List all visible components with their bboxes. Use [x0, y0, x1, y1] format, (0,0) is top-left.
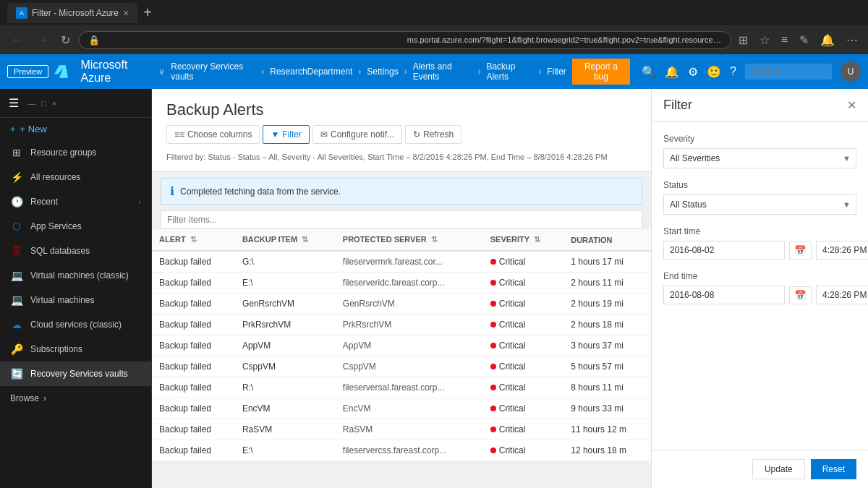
- configure-label: Configure notif...: [331, 129, 394, 140]
- cell-severity: Critical: [483, 251, 563, 273]
- sidebar-item-cloud[interactable]: ☁ Cloud services (classic): [0, 312, 151, 337]
- sidebar-item-recovery-vaults[interactable]: 🔄 Recovery Services vaults: [0, 361, 151, 386]
- col-alert[interactable]: ALERT ⇅: [152, 229, 235, 251]
- reset-btn[interactable]: Reset: [811, 459, 856, 479]
- recent-chevron: ›: [138, 197, 141, 206]
- status-label: Status: [663, 180, 856, 190]
- topbar-help-icon[interactable]: ?: [730, 65, 736, 78]
- sidebar: ☰ — □ × + + New ⊞ Resource groups ⚡ All …: [0, 89, 152, 488]
- refresh-btn[interactable]: ↻: [56, 30, 75, 50]
- sidebar-item-vm[interactable]: 💻 Virtual machines: [0, 288, 151, 312]
- end-calendar-btn[interactable]: 📅: [789, 286, 812, 304]
- forward-btn[interactable]: →: [32, 30, 52, 49]
- table-row[interactable]: Backup failed E:\ fileservercss.fareast.…: [152, 440, 651, 461]
- user-avatar[interactable]: U: [841, 61, 861, 82]
- cell-backup-item: E:\: [235, 273, 336, 294]
- sidebar-label-all-resources: All resources: [30, 172, 80, 182]
- status-section: Status All Status New Acknowledged Resol…: [663, 180, 856, 215]
- sidebar-item-subscriptions[interactable]: 🔑 Subscriptions: [0, 337, 151, 361]
- table-row[interactable]: Backup failed AppVM AppVM Critical 3 hou…: [152, 335, 651, 356]
- configure-notif-btn[interactable]: ✉ Configure notif...: [312, 125, 402, 144]
- breadcrumb-alerts-events[interactable]: Alerts and Events: [413, 61, 472, 82]
- recovery-vaults-icon: 🔄: [10, 367, 23, 380]
- breadcrumb-research[interactable]: ResearchDepartment: [270, 67, 352, 77]
- new-resource-btn[interactable]: + + New: [0, 118, 151, 140]
- alert-sort-icon: ⇅: [190, 235, 197, 244]
- topbar-search-icon[interactable]: 🔍: [642, 65, 656, 79]
- favorites-btn[interactable]: ☆: [757, 30, 773, 50]
- filter-items-input[interactable]: [161, 210, 642, 229]
- back-btn[interactable]: ←: [7, 30, 27, 49]
- table-row[interactable]: Backup failed R:\ fileserversal.fareast.…: [152, 377, 651, 398]
- filter-btn[interactable]: ▼ Filter: [263, 125, 310, 144]
- table-row[interactable]: Backup failed PrkRsrchVM PrkRsrchVM Crit…: [152, 314, 651, 335]
- preview-badge[interactable]: Preview: [7, 65, 48, 78]
- severity-text: Critical: [499, 299, 526, 309]
- table-row[interactable]: Backup failed G:\ fileservermrk.fareast.…: [152, 251, 651, 273]
- filter-body: Severity All Severities Critical Warning…: [652, 122, 868, 450]
- cell-alert: Backup failed: [152, 377, 235, 398]
- sidebar-label-recent: Recent: [30, 197, 58, 207]
- breadcrumb-backup-alerts[interactable]: Backup Alerts: [486, 61, 532, 82]
- sidebar-browse-btn[interactable]: Browse ›: [0, 386, 151, 411]
- new-tab-btn[interactable]: +: [137, 4, 158, 21]
- hamburger-menu-btn[interactable]: ☰: [9, 96, 19, 110]
- sidebar-item-app-services[interactable]: ⬡ App Services: [0, 214, 151, 239]
- table-row[interactable]: Backup failed GenRsrchVM GenRsrchVM Crit…: [152, 294, 651, 314]
- sidebar-label-vm-classic: Virtual machines (classic): [30, 270, 129, 281]
- cell-protected-server: fileserversal.fareast.corp...: [336, 377, 483, 398]
- sidebar-item-all-resources[interactable]: ⚡ All resources: [0, 165, 151, 189]
- breadcrumb-recovery-vaults[interactable]: Recovery Services vaults: [171, 61, 255, 82]
- notifications-btn[interactable]: 🔔: [817, 30, 838, 50]
- breadcrumb-filter[interactable]: Filter: [547, 67, 566, 77]
- hub-btn[interactable]: ≡: [778, 30, 791, 49]
- breadcrumb-settings[interactable]: Settings: [367, 67, 398, 77]
- tab-close-btn[interactable]: ×: [123, 7, 129, 19]
- vm-classic-icon: 💻: [10, 269, 23, 282]
- cell-protected-server: GenRsrchVM: [336, 294, 483, 314]
- info-message: Completed fetching data from the service…: [180, 187, 341, 197]
- topbar-bell-icon[interactable]: 🔔: [665, 65, 679, 79]
- update-btn[interactable]: Update: [752, 459, 805, 479]
- topbar-smiley-icon[interactable]: 🙂: [707, 65, 721, 79]
- filter-label: Filter: [282, 129, 302, 140]
- sidebar-label-subscriptions: Subscriptions: [30, 344, 82, 354]
- report-bug-btn[interactable]: Report a bug: [572, 59, 630, 85]
- sidebar-item-recent[interactable]: 🕐 Recent ›: [0, 189, 151, 214]
- col-duration[interactable]: DURATION: [563, 229, 651, 251]
- sidebar-item-vm-classic[interactable]: 💻 Virtual machines (classic): [0, 263, 151, 288]
- more-btn[interactable]: ⋯: [843, 30, 861, 50]
- end-date-input[interactable]: [663, 286, 785, 304]
- refresh-btn[interactable]: ↻ Refresh: [405, 125, 461, 144]
- end-time-input[interactable]: [816, 286, 868, 304]
- col-backup-item[interactable]: BACKUP ITEM ⇅: [235, 229, 336, 251]
- col-severity[interactable]: SEVERITY ⇅: [483, 229, 563, 251]
- col-protected-server[interactable]: PROTECTED SERVER ⇅: [336, 229, 483, 251]
- cell-protected-server: RaSVM: [336, 419, 483, 440]
- notes-btn[interactable]: ✎: [796, 30, 812, 50]
- active-tab[interactable]: A Filter - Microsoft Azure ×: [7, 3, 137, 23]
- start-time-input[interactable]: [816, 241, 868, 260]
- filter-close-btn[interactable]: ✕: [847, 98, 856, 112]
- cell-duration: 5 hours 57 mi: [563, 356, 651, 377]
- choose-columns-btn[interactable]: ≡≡ Choose columns: [166, 125, 260, 144]
- sidebar-item-resource-groups[interactable]: ⊞ Resource groups: [0, 140, 151, 165]
- filter-description: Filtered by: Status - Status – All, Seve…: [166, 150, 637, 164]
- table-row[interactable]: Backup failed EncVM EncVM Critical 9 hou…: [152, 398, 651, 419]
- table-row[interactable]: Backup failed E:\ fileserveridc.fareast.…: [152, 273, 651, 294]
- logo-chevron: ∨: [158, 67, 165, 77]
- severity-select[interactable]: All Severities Critical Warning Informat…: [663, 148, 856, 168]
- start-date-input[interactable]: [663, 241, 785, 260]
- topbar-settings-icon[interactable]: ⚙: [688, 65, 698, 79]
- severity-text: Critical: [499, 403, 526, 414]
- table-row[interactable]: Backup failed CsppVM CsppVM Critical 5 h…: [152, 356, 651, 377]
- sidebar-item-sql[interactable]: 🗄 SQL databases: [0, 239, 151, 263]
- start-calendar-btn[interactable]: 📅: [789, 241, 812, 260]
- cell-backup-item: RaSVM: [235, 419, 336, 440]
- reading-mode-btn[interactable]: ⊞: [736, 30, 751, 50]
- severity-dot: [490, 448, 496, 453]
- address-bar[interactable]: 🔒 ms.portal.azure.com/?flight=1&flight.b…: [79, 31, 731, 49]
- status-select[interactable]: All Status New Acknowledged Resolved: [663, 194, 856, 215]
- topbar-search-input[interactable]: [745, 64, 832, 80]
- table-row[interactable]: Backup failed RaSVM RaSVM Critical 11 ho…: [152, 419, 651, 440]
